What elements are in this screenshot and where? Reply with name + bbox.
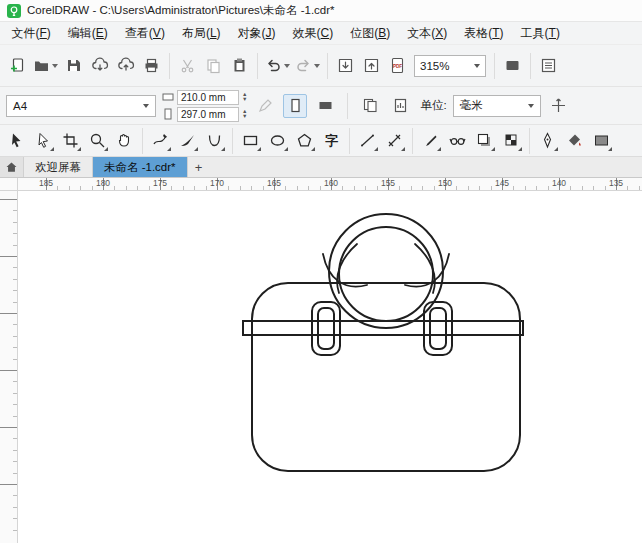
save-button[interactable] (61, 52, 86, 80)
undo-button[interactable] (263, 52, 292, 80)
interactive-fill-tool[interactable] (588, 127, 615, 154)
zoom-dropdown-caret[interactable] (474, 64, 480, 68)
undo-dropdown-caret[interactable] (284, 64, 290, 68)
apply-current-page-button[interactable] (388, 94, 412, 118)
artistic-media-tool[interactable] (174, 127, 201, 154)
import-button[interactable] (333, 52, 358, 80)
new-tab-button[interactable]: + (188, 157, 210, 177)
apply-all-pages-button[interactable] (358, 94, 382, 118)
smart-fill-tool[interactable] (561, 127, 588, 154)
flyout-caret[interactable] (104, 147, 108, 151)
menu-item[interactable]: 对象(J) (229, 21, 284, 46)
new-document-button[interactable] (5, 52, 30, 80)
nudge-distance-button[interactable] (547, 94, 571, 118)
rectangle-tool[interactable] (237, 127, 264, 154)
left-loop-inner[interactable] (318, 308, 334, 349)
left-loop-outer[interactable] (312, 302, 340, 355)
right-loop-inner[interactable] (430, 308, 446, 349)
menu-item[interactable]: 工具(T) (512, 21, 568, 46)
menu-item[interactable]: 查看(V) (116, 21, 173, 46)
flyout-caret[interactable] (257, 147, 261, 151)
menu-item[interactable]: 位图(B) (342, 21, 399, 46)
polygon-tool[interactable] (291, 127, 318, 154)
width-stepper[interactable]: ▲▼ (242, 92, 247, 102)
dimension-tool[interactable] (381, 127, 408, 154)
menu-item[interactable]: 文件(F) (3, 21, 59, 46)
redo-dropdown-caret[interactable] (314, 64, 320, 68)
ellipse-tool[interactable] (264, 127, 291, 154)
cut-button[interactable] (175, 52, 200, 80)
horizontal-ruler[interactable]: 185180175170165160155150145140135 (18, 178, 642, 191)
pick-tool[interactable] (3, 127, 30, 154)
bag-handle-inner-circle[interactable] (339, 227, 433, 321)
ruler-origin-corner[interactable] (0, 178, 18, 191)
fullscreen-preview-button[interactable] (500, 52, 525, 80)
units-dropdown-caret[interactable] (528, 104, 534, 108)
auto-fit-page-button[interactable] (253, 94, 277, 118)
outline-pen-tool[interactable] (534, 127, 561, 154)
crop-tool[interactable] (57, 127, 84, 154)
zoom-level-combo[interactable]: 315% (414, 55, 486, 77)
drawing-canvas[interactable] (18, 191, 642, 543)
open-from-cloud-button[interactable] (87, 52, 112, 80)
redo-button[interactable] (293, 52, 322, 80)
pan-tool[interactable] (111, 127, 138, 154)
tab-document[interactable]: 未命名 -1.cdr* (93, 157, 188, 177)
page-height-input[interactable]: 297.0 mm (177, 107, 239, 122)
vertical-ruler[interactable] (0, 191, 18, 543)
mesh-fill-tool[interactable] (498, 127, 525, 154)
bspline-tool[interactable] (201, 127, 228, 154)
flyout-caret[interactable] (437, 147, 441, 151)
portrait-orientation-button[interactable] (283, 94, 307, 118)
menu-item[interactable]: 文本(X) (399, 21, 456, 46)
shape-tool[interactable] (30, 127, 57, 154)
flyout-caret[interactable] (518, 147, 522, 151)
flyout-caret[interactable] (221, 147, 225, 151)
flyout-caret[interactable] (608, 147, 612, 151)
open-dropdown-caret[interactable] (52, 64, 58, 68)
page-size-preset-combo[interactable]: A4 (6, 95, 156, 117)
toolbar-separator (494, 53, 495, 79)
landscape-orientation-button[interactable] (313, 94, 337, 118)
flyout-caret[interactable] (554, 147, 558, 151)
flyout-caret[interactable] (77, 147, 81, 151)
copy-button[interactable] (201, 52, 226, 80)
options-button[interactable] (536, 52, 561, 80)
page-height-field[interactable]: 297.0 mm ▲▼ (162, 107, 247, 122)
open-button[interactable] (31, 52, 60, 80)
print-button[interactable] (139, 52, 164, 80)
save-to-cloud-button[interactable] (113, 52, 138, 80)
home-button[interactable] (0, 157, 24, 177)
units-combo[interactable]: 毫米 (453, 95, 541, 117)
menu-item[interactable]: 表格(T) (456, 21, 512, 46)
text-tool[interactable]: 字 (318, 127, 345, 154)
flyout-caret[interactable] (491, 147, 495, 151)
flyout-caret[interactable] (194, 147, 198, 151)
export-button[interactable] (359, 52, 384, 80)
flyout-caret[interactable] (311, 147, 315, 151)
preset-dropdown-caret[interactable] (143, 104, 149, 108)
flyout-caret[interactable] (167, 147, 171, 151)
two-point-line-tool[interactable] (354, 127, 381, 154)
drop-shadow-tool[interactable] (471, 127, 498, 154)
menu-item[interactable]: 布局(L) (173, 21, 229, 46)
eyedropper-tool[interactable] (417, 127, 444, 154)
page-width-field[interactable]: 210.0 mm ▲▼ (162, 90, 247, 105)
page-width-input[interactable]: 210.0 mm (177, 90, 239, 105)
tab-welcome-screen[interactable]: 欢迎屏幕 (24, 157, 93, 177)
flyout-caret[interactable] (401, 147, 405, 151)
menu-item[interactable]: 效果(C) (284, 21, 342, 46)
height-stepper[interactable]: ▲▼ (242, 109, 247, 119)
menu-item[interactable]: 编辑(E) (59, 21, 116, 46)
zoom-tool[interactable] (84, 127, 111, 154)
flyout-caret[interactable] (50, 147, 54, 151)
transparency-tool[interactable] (444, 127, 471, 154)
flyout-caret[interactable] (284, 147, 288, 151)
paste-button[interactable] (227, 52, 252, 80)
handbag-drawing[interactable] (18, 191, 642, 543)
bag-handle-outer-circle[interactable] (329, 214, 443, 328)
flyout-caret[interactable] (374, 147, 378, 151)
bag-body-shape[interactable] (252, 283, 520, 471)
freehand-tool[interactable] (147, 127, 174, 154)
publish-pdf-button[interactable]: PDF (385, 52, 410, 80)
